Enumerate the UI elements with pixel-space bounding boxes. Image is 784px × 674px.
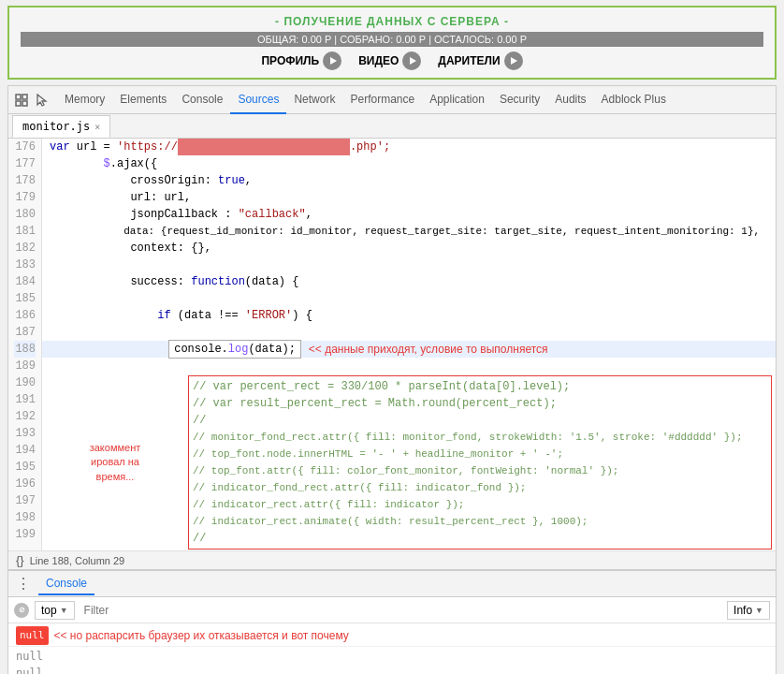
code-line-176: var url = 'https:// .php';	[42, 139, 776, 155]
code-line-178: crossOrigin: true,	[42, 172, 776, 189]
commented-code: // var percent_rect = 330/100 * parseInt…	[188, 375, 772, 549]
devtools-tabs: Memory Elements Console Sources Network …	[57, 86, 674, 114]
tab-performance[interactable]: Performance	[342, 86, 422, 114]
donors-label: ДАРИТЕЛИ	[438, 54, 500, 67]
annotation-line3: время...	[90, 470, 141, 484]
devtools-toolbar: Memory Elements Console Sources Network …	[8, 86, 776, 114]
file-tab-label: monitor.js	[22, 120, 90, 133]
video-button[interactable]: ВИДЕО	[358, 51, 421, 70]
console-line-null-comment: null << но распарсить браузер их отказыв…	[8, 625, 776, 647]
banner-buttons: ПРОФИЛЬ ВИДЕО ДАРИТЕЛИ	[21, 51, 763, 70]
banner-title: - ПОЛУЧЕНИЕ ДАННЫХ С СЕРВЕРА -	[21, 15, 763, 28]
info-select[interactable]: Info ▼	[727, 601, 770, 620]
chevron-down-icon-2: ▼	[755, 606, 763, 615]
file-tabs-bar: monitor.js ×	[8, 114, 776, 139]
line-numbers: 176 177 178 179 180 181 182 183 184 185 …	[8, 139, 42, 550]
stop-icon[interactable]: ⊘	[14, 603, 29, 618]
code-line-184: success: function(data) {	[42, 273, 776, 290]
code-line-187	[42, 324, 776, 341]
annotation-line1: закоммент	[90, 441, 141, 455]
console-toolbar: ⊘ top ▼ Info ▼	[8, 597, 776, 623]
toolbar-icon-cursor[interactable]	[33, 91, 51, 110]
code-line-180: jsonpCallback : "callback",	[42, 206, 776, 223]
status-bar: {} Line 188, Column 29	[8, 550, 776, 569]
toolbar-icon-inspect[interactable]	[12, 91, 31, 110]
console-panel: ⋮ Console ⊘ top ▼ Info ▼ null	[8, 569, 776, 674]
banner-area: - ПОЛУЧЕНИЕ ДАННЫХ С СЕРВЕРА - ОБЩАЯ: 0.…	[7, 6, 777, 80]
play-icon-2[interactable]	[402, 51, 421, 70]
tab-adblock[interactable]: Adblock Plus	[594, 86, 674, 114]
tab-elements[interactable]: Elements	[112, 86, 174, 114]
svg-rect-3	[22, 101, 27, 106]
console-header: ⋮ Console	[8, 571, 776, 597]
null-badge: null	[16, 626, 49, 645]
console-tab-label: Console	[46, 577, 87, 590]
tab-sources[interactable]: Sources	[230, 86, 286, 114]
code-line-181: data: {request_id_monitor: id_monitor, r…	[42, 223, 776, 240]
console-output: null << но распарсить браузер их отказыв…	[8, 623, 776, 674]
annotation: закоммент ировал на время...	[42, 374, 188, 550]
donors-button[interactable]: ДАРИТЕЛИ	[438, 51, 522, 70]
console-line-null-2: null	[8, 664, 776, 674]
code-lines: var url = 'https:// .php'; $.ajax({ cros…	[42, 139, 776, 550]
console-line-null-1: null	[8, 647, 776, 664]
tab-audits[interactable]: Audits	[547, 86, 593, 114]
code-line-188: console.log(data); << данные приходят, у…	[42, 341, 776, 358]
status-text: Line 188, Column 29	[30, 555, 125, 566]
tab-console[interactable]: Console	[174, 86, 230, 114]
tab-application[interactable]: Application	[422, 86, 492, 114]
brace-icon: {}	[16, 553, 24, 567]
close-icon[interactable]: ×	[94, 122, 100, 132]
code-line-182: context: {},	[42, 240, 776, 256]
play-icon-1[interactable]	[323, 51, 341, 70]
info-label: Info	[733, 604, 752, 617]
tab-network[interactable]: Network	[286, 86, 342, 114]
banner-stats: ОБЩАЯ: 0.00 Р | СОБРАНО: 0.00 Р | ОСТАЛО…	[21, 32, 763, 47]
code-area: 176 177 178 179 180 181 182 183 184 185 …	[8, 139, 776, 550]
svg-rect-1	[22, 95, 27, 99]
svg-rect-0	[16, 95, 21, 99]
code-line-185	[42, 290, 776, 307]
top-label: top	[41, 604, 57, 617]
three-dots-icon[interactable]: ⋮	[16, 575, 31, 593]
file-tab-monitor[interactable]: monitor.js ×	[12, 115, 110, 138]
profile-button[interactable]: ПРОФИЛЬ	[261, 51, 341, 70]
devtools-container: Memory Elements Console Sources Network …	[7, 85, 777, 674]
profile-label: ПРОФИЛЬ	[261, 54, 319, 67]
video-label: ВИДЕО	[358, 54, 399, 67]
code-line-186: if (data !== 'ERROR') {	[42, 307, 776, 324]
console-comment: << но распарсить браузер их отказывается…	[54, 626, 349, 645]
code-line-179: url: url,	[42, 189, 776, 206]
svg-marker-4	[37, 95, 46, 106]
filter-input[interactable]	[80, 602, 721, 619]
chevron-down-icon: ▼	[60, 606, 68, 615]
annotation-line2: ировал на	[90, 455, 141, 469]
tab-security[interactable]: Security	[492, 86, 547, 114]
tab-console-panel[interactable]: Console	[38, 573, 94, 595]
svg-rect-2	[16, 101, 21, 106]
code-line-183	[42, 256, 776, 273]
tab-memory[interactable]: Memory	[57, 86, 112, 114]
top-select[interactable]: top ▼	[35, 601, 75, 620]
code-line-177: $.ajax({	[42, 155, 776, 172]
commented-block: закоммент ировал на время... // var perc…	[42, 374, 776, 550]
code-line-189	[42, 358, 776, 374]
play-icon-3[interactable]	[504, 51, 523, 70]
